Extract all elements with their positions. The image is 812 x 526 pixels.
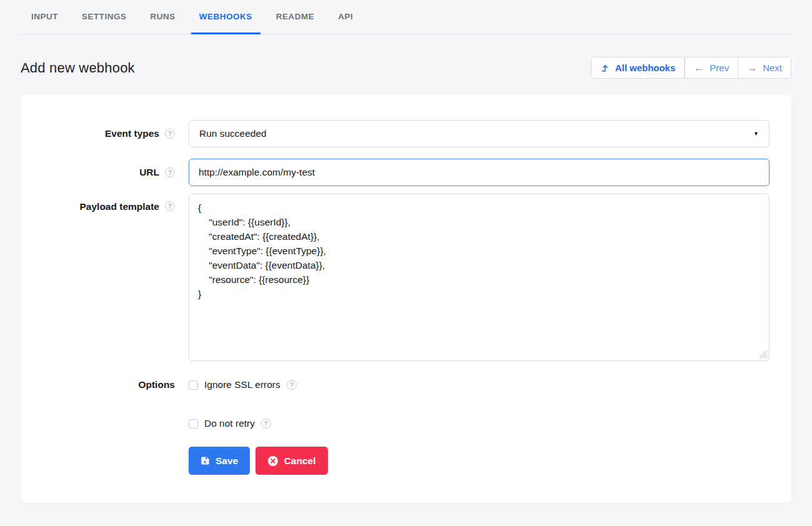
chevron-down-icon: ▼ bbox=[753, 131, 759, 137]
url-row: URL ? bbox=[42, 159, 770, 186]
url-field-col bbox=[189, 159, 770, 186]
payload-template-row: Payload template ? { "userId": {{userId}… bbox=[42, 194, 770, 361]
payload-template-label: Payload template bbox=[80, 201, 160, 212]
arrow-up-left-icon bbox=[600, 63, 610, 72]
buttons-spacer bbox=[42, 447, 175, 475]
do-not-retry-option: Do not retry ? bbox=[189, 417, 770, 430]
event-types-row: Event types ? Run succeeded ▼ bbox=[42, 120, 770, 147]
prev-label: Prev bbox=[710, 62, 729, 73]
help-icon[interactable]: ? bbox=[287, 380, 297, 390]
payload-template-label-col: Payload template ? bbox=[42, 194, 175, 361]
do-not-retry-label[interactable]: Do not retry bbox=[204, 418, 255, 429]
options-row: Options Ignore SSL errors ? Do not retry… bbox=[42, 378, 770, 430]
ignore-ssl-option: Ignore SSL errors ? bbox=[189, 378, 770, 392]
buttons-field-col: Save Cancel bbox=[189, 447, 770, 475]
options-label: Options bbox=[138, 379, 175, 390]
save-label: Save bbox=[215, 455, 238, 467]
help-icon[interactable]: ? bbox=[261, 419, 271, 429]
payload-template-textarea[interactable]: { "userId": {{userId}}, "createdAt": {{c… bbox=[189, 194, 770, 361]
arrow-left-icon: ← bbox=[694, 63, 704, 73]
ignore-ssl-checkbox[interactable] bbox=[189, 380, 198, 390]
cancel-x-circle-icon bbox=[267, 455, 279, 467]
tab-readme[interactable]: README bbox=[268, 0, 323, 34]
tab-webhooks[interactable]: WEBHOOKS bbox=[191, 0, 260, 34]
event-types-selected-value: Run succeeded bbox=[199, 128, 267, 139]
event-types-label: Event types bbox=[105, 128, 159, 139]
event-types-label-col: Event types ? bbox=[42, 120, 175, 147]
url-label-col: URL ? bbox=[42, 159, 175, 186]
action-buttons-row: Save Cancel bbox=[42, 447, 770, 475]
cancel-label: Cancel bbox=[284, 455, 316, 467]
options-label-col: Options bbox=[42, 378, 175, 430]
prev-button[interactable]: ← Prev bbox=[685, 57, 738, 78]
tab-settings[interactable]: SETTINGS bbox=[74, 0, 135, 34]
help-icon[interactable]: ? bbox=[165, 201, 175, 211]
webhook-form-card: Event types ? Run succeeded ▼ URL ? Payl… bbox=[21, 95, 791, 503]
page-title: Add new webhook bbox=[21, 60, 135, 76]
help-icon[interactable]: ? bbox=[165, 167, 175, 177]
url-input[interactable] bbox=[189, 159, 770, 186]
options-field-col: Ignore SSL errors ? Do not retry ? bbox=[189, 378, 770, 430]
payload-template-field-col: { "userId": {{userId}}, "createdAt": {{c… bbox=[189, 194, 770, 361]
event-types-select[interactable]: Run succeeded ▼ bbox=[189, 120, 770, 147]
cancel-button[interactable]: Cancel bbox=[255, 447, 328, 475]
do-not-retry-checkbox[interactable] bbox=[189, 419, 198, 429]
next-button[interactable]: → Next bbox=[738, 57, 791, 78]
tab-runs[interactable]: RUNS bbox=[142, 0, 184, 34]
tab-api[interactable]: API bbox=[330, 0, 361, 34]
save-floppy-icon bbox=[201, 456, 210, 465]
webhook-nav-button-group: All webhooks ← Prev → Next bbox=[591, 57, 791, 79]
tab-bar: INPUT SETTINGS RUNS WEBHOOKS README API bbox=[21, 0, 791, 34]
url-label: URL bbox=[139, 167, 159, 178]
next-label: Next bbox=[763, 62, 782, 73]
arrow-right-icon: → bbox=[747, 63, 757, 73]
ignore-ssl-label[interactable]: Ignore SSL errors bbox=[204, 379, 280, 390]
event-types-field-col: Run succeeded ▼ bbox=[189, 120, 770, 147]
save-button[interactable]: Save bbox=[189, 447, 250, 475]
all-webhooks-label: All webhooks bbox=[615, 62, 676, 73]
page-header: Add new webhook All webhooks ← Prev → Ne… bbox=[21, 34, 791, 95]
tab-input[interactable]: INPUT bbox=[23, 0, 66, 34]
all-webhooks-button[interactable]: All webhooks bbox=[592, 57, 685, 78]
help-icon[interactable]: ? bbox=[165, 129, 175, 139]
